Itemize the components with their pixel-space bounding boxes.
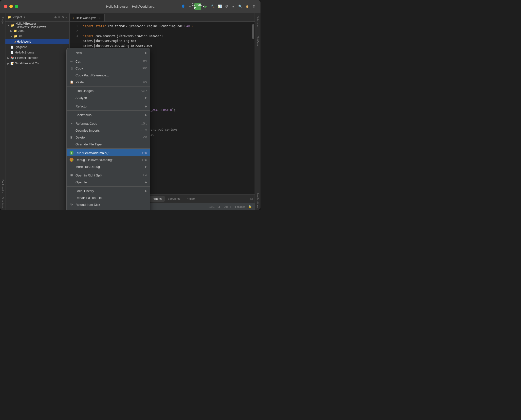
menu-item-debug-label: Debug 'HelloWorld.main()' [75,158,140,162]
tab-helloworld[interactable]: J HelloWorld.java × [70,14,105,21]
scrollbar-thumb[interactable] [252,24,254,39]
menu-item-open-right-label: Open in Right Split [75,174,141,177]
sidebar-item-structure[interactable]: Structure [0,195,5,210]
open-right-icon: ⊞ [70,173,74,177]
delete-icon: 🗑 [70,135,74,139]
menu-item-new[interactable]: New ▶ [67,49,150,56]
sidebar-item-database[interactable]: Database [255,14,260,29]
local-history-icon [70,189,74,193]
menu-item-analyze[interactable]: Analyze ▶ [67,94,150,101]
coverage-icon[interactable]: 📊 [217,4,222,9]
new-arrow-icon: ▶ [145,51,147,54]
menu-item-run-label: Run 'HelloWorld.main()' [75,151,140,155]
menu-item-repair-ide[interactable]: Repair IDE on File [67,194,150,201]
layers-icon[interactable]: ⧉ [250,197,253,201]
titlebar: HelloJxBrowser – HelloWorld.java 👤 ← Cur… [0,0,260,13]
tab-terminal[interactable]: Terminal [149,196,165,202]
sidebar-item-sciview[interactable]: SciView [255,34,260,48]
repair-ide-icon [70,196,74,200]
paste-shortcut: ⌘V [143,81,147,84]
sidebar-item-bookmarks[interactable]: Bookmarks [0,177,5,195]
menu-item-cut[interactable]: ✂ Cut ⌘X [67,58,150,65]
project-dropdown-icon[interactable]: ▾ [24,16,25,19]
menu-item-cut-label: Cut [75,60,141,63]
optimize-shortcut: ^⌥O [140,129,147,132]
menu-item-more-run-label: More Run/Debug [75,165,143,169]
menu-item-copy[interactable]: ⎘ Copy ⌘C [67,65,150,72]
sidebar-item-notifications[interactable]: Notifications [255,191,260,210]
optimize-icon [70,128,74,132]
tree-item-gitignore[interactable]: 📄 .gitignore [5,44,69,50]
editor-tab-actions: ⋮ [247,18,255,21]
tab-services[interactable]: Services [166,196,182,202]
tree-item-idea[interactable]: ▶ 📁 .idea [5,28,69,34]
tree-item-scratches[interactable]: ▶ 📝 Scratches and Co [5,61,69,66]
tree-item-helloworld[interactable]: J HelloWorld [5,39,69,44]
find-usages-shortcut: ⌥F7 [141,89,147,92]
debug-shortcut: ⇧^D [142,158,147,161]
project-folder-icon: 📁 [7,16,11,19]
delete-shortcut: ⌫ [143,136,147,139]
folder-icon: 📁 [13,29,17,33]
tree-item-src[interactable]: ▼ 📁 src [5,34,69,39]
menu-item-reload[interactable]: ↻ Reload from Disk [67,201,150,208]
menu-item-paste[interactable]: 📋 Paste ⌘V [67,79,150,86]
maximize-button[interactable] [15,5,18,8]
minimize-button[interactable] [9,5,13,8]
menu-separator-8 [67,186,150,187]
profiler-icon[interactable]: ⏱ [224,4,229,9]
tab-close-button[interactable]: × [98,16,101,20]
menu-item-open-right[interactable]: ⊞ Open in Right Split ⇧↵ [67,172,150,179]
menu-item-delete-label: Delete... [75,136,141,139]
search-icon[interactable]: 🔍 [238,4,243,9]
user-icon[interactable]: 👤 [181,4,186,9]
menu-item-delete[interactable]: 🗑 Delete... ⌫ [67,134,150,141]
tree-item-root[interactable]: ▼ 📁 HelloJxBrowser ~/Projects/HelloJBrow… [5,23,69,28]
editor-menu-icon[interactable]: ⋮ [249,18,253,21]
menu-item-find-usages[interactable]: Find Usages ⌥F7 [67,87,150,94]
menu-item-optimize[interactable]: Optimize Imports ^⌥O [67,127,150,134]
reformat-shortcut: ⌥⌘L [140,122,147,125]
bookmarks-icon [70,113,74,117]
menu-item-local-history[interactable]: Local History ▶ [67,187,150,194]
plus-icon[interactable]: ⊕ [245,4,250,9]
menu-separator-5 [67,119,150,119]
sidebar-item-project[interactable]: Project [0,15,5,27]
minus-icon[interactable]: − [66,16,67,19]
run-config-button[interactable]: Current File ▾ [194,3,201,10]
menu-item-open-in[interactable]: Open In ▶ [67,179,150,186]
menu-item-reformat[interactable]: ≡ Reformat Code ⌥⌘L [67,120,150,127]
stop-icon[interactable]: ■ [231,4,236,9]
menu-item-more-run[interactable]: More Run/Debug ▶ [67,163,150,170]
tab-profiler[interactable]: Profiler [183,196,197,202]
menu-item-run[interactable]: ▶ Run 'HelloWorld.main()' ⇧^R [67,149,150,156]
build-icon[interactable]: 🔨 [210,4,215,9]
menu-item-local-history-label: Local History [75,189,143,193]
java-icon: J [14,40,16,43]
filter-icon[interactable]: ⚙ [61,16,64,19]
settings-icon[interactable]: ⚙ [252,4,257,9]
close-button[interactable] [4,5,7,8]
menu-item-bookmarks[interactable]: Bookmarks ▶ [67,111,150,118]
menu-item-copy-path[interactable]: Copy Path/Reference... [67,72,150,79]
menu-item-refactor[interactable]: Refactor ▶ [67,103,150,110]
editor-scrollbar[interactable] [252,22,255,194]
file-icon: 📄 [10,51,14,54]
tree-item-label: .idea [18,29,24,33]
run-shortcut: ⇧^R [142,151,147,155]
menu-item-override-filetype[interactable]: Override File Type [67,141,150,148]
collapse-icon[interactable]: ⊕ [54,16,57,19]
menu-item-paste-label: Paste [75,80,141,84]
menu-separator-3 [67,102,150,102]
scroll-icon[interactable]: ≡ [58,16,60,19]
titlebar-actions: 👤 ← Current File ▾ ▶ 🔨 📊 ⏱ ■ 🔍 ⊕ ⚙ [181,3,257,10]
menu-item-compare[interactable]: ⊕ Compare With... ⌘D [67,210,150,210]
tree-item-hellojxbrowse[interactable]: 📄 HelloJxBrowse [5,50,69,55]
tree-item-external[interactable]: ▶ 📚 External Libraries [5,55,69,61]
run-icon[interactable]: ▶ [203,4,208,9]
status-padlock-icon: 🔒 [248,205,252,208]
reformat-icon: ≡ [70,122,74,125]
bottom-panel-icons: ⧉ [250,197,253,201]
menu-item-debug[interactable]: 🐛 Debug 'HelloWorld.main()' ⇧^D [67,156,150,163]
status-lf: LF [218,205,221,208]
